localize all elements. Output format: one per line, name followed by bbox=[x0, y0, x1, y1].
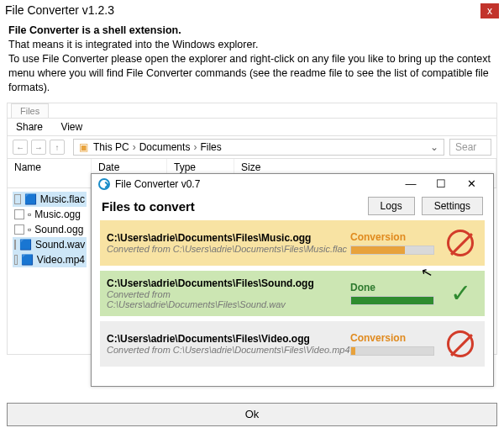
minimize-button[interactable]: — bbox=[396, 177, 426, 190]
col-name[interactable]: Name bbox=[8, 159, 92, 187]
progress-bar bbox=[350, 246, 434, 255]
job-path: C:\Users\adrie\Documents\Files\Music.ogg bbox=[107, 232, 350, 244]
status-label: Done bbox=[350, 282, 443, 293]
progress-bar bbox=[350, 296, 434, 305]
file-checkbox[interactable] bbox=[14, 224, 24, 235]
settings-button[interactable]: Settings bbox=[422, 197, 483, 215]
explorer-tab[interactable]: Files bbox=[11, 103, 49, 118]
job-row: C:\Users\adrie\Documents\Files\Video.ogg… bbox=[100, 321, 485, 367]
nav-up-button[interactable]: ↑ bbox=[50, 140, 65, 155]
job-row: C:\Users\adrie\Documents\Files\Music.ogg… bbox=[100, 220, 485, 266]
file-name: Music.flac bbox=[40, 193, 85, 205]
file-name: Music.ogg bbox=[34, 209, 81, 220]
converter-window: File Converter v0.7 — ☐ ✕ Files to conve… bbox=[91, 173, 494, 387]
converter-heading: Files to convert bbox=[102, 199, 361, 214]
file-checkbox[interactable] bbox=[14, 255, 18, 265]
progress-bar bbox=[350, 346, 434, 356]
file-checkbox[interactable] bbox=[14, 194, 21, 204]
file-icon: ▫ bbox=[28, 224, 31, 235]
intro-heading: File Converter is a shell extension. bbox=[8, 24, 496, 38]
check-icon: ✓ bbox=[450, 281, 471, 306]
job-source: Converted from C:\Users\adrie\Documents\… bbox=[107, 345, 350, 355]
close-button[interactable]: ✕ bbox=[456, 177, 486, 190]
nav-back-button[interactable]: ← bbox=[13, 140, 28, 155]
file-item[interactable]: ▫Music.ogg bbox=[13, 207, 87, 222]
job-source: Converted from C:\Users\adrie\Documents\… bbox=[107, 244, 350, 254]
nav-fwd-button[interactable]: → bbox=[31, 140, 46, 155]
logs-button[interactable]: Logs bbox=[368, 197, 415, 215]
menu-share[interactable]: Share bbox=[16, 121, 43, 133]
job-source: Converted from C:\Users\adrie\Documents\… bbox=[107, 289, 350, 309]
job-path: C:\Users\adrie\Documents\Files\Sound.ogg bbox=[107, 277, 350, 289]
ok-button[interactable]: Ok bbox=[7, 403, 497, 426]
page-title: File Converter v1.2.3 bbox=[5, 3, 114, 17]
file-icon: ▫ bbox=[28, 209, 31, 220]
file-checkbox[interactable] bbox=[14, 240, 16, 250]
chevron-down-icon[interactable]: ⌄ bbox=[430, 141, 438, 153]
breadcrumb-seg[interactable]: This PC bbox=[93, 141, 129, 153]
intro-text: File Converter is a shell extension. Tha… bbox=[0, 18, 504, 98]
intro-line1: That means it is integrated into the Win… bbox=[8, 38, 496, 52]
menu-view[interactable]: View bbox=[60, 121, 82, 133]
folder-icon: ▣ bbox=[79, 141, 88, 153]
close-button[interactable]: x bbox=[480, 3, 499, 18]
cancel-icon[interactable] bbox=[447, 330, 474, 357]
file-item[interactable]: 🟦Sound.wav bbox=[13, 237, 87, 252]
file-name: Sound.wav bbox=[35, 239, 85, 251]
file-item[interactable]: 🟦Video.mp4 bbox=[13, 252, 87, 267]
converter-title: File Converter v0.7 bbox=[115, 178, 200, 190]
status-label: Conversion bbox=[350, 332, 443, 344]
job-path: C:\Users\adrie\Documents\Files\Video.ogg bbox=[107, 333, 350, 345]
file-list: 🟦Music.flac▫Music.ogg▫Sound.ogg🟦Sound.wa… bbox=[8, 188, 92, 271]
maximize-button[interactable]: ☐ bbox=[426, 177, 456, 190]
file-icon: 🟦 bbox=[21, 254, 34, 266]
explorer-menubar: Share View bbox=[8, 118, 496, 136]
cancel-icon[interactable] bbox=[447, 230, 474, 256]
intro-line2: To use File Converter please open the ex… bbox=[8, 52, 496, 95]
file-checkbox[interactable] bbox=[14, 209, 24, 219]
file-item[interactable]: ▫Sound.ogg bbox=[13, 222, 87, 237]
app-icon bbox=[98, 178, 110, 190]
job-list: C:\Users\adrie\Documents\Files\Music.ogg… bbox=[92, 220, 493, 373]
breadcrumb-seg[interactable]: Files bbox=[200, 141, 221, 153]
search-input[interactable]: Sear bbox=[449, 139, 491, 156]
file-name: Sound.ogg bbox=[34, 224, 83, 235]
file-icon: 🟦 bbox=[19, 239, 32, 251]
status-label: Conversion bbox=[350, 231, 443, 243]
address-bar[interactable]: ▣ This PC› Documents› Files ⌄ bbox=[73, 139, 444, 156]
file-icon: 🟦 bbox=[24, 193, 37, 205]
file-name: Video.mp4 bbox=[37, 254, 85, 266]
file-item[interactable]: 🟦Music.flac bbox=[13, 192, 87, 207]
breadcrumb-seg[interactable]: Documents bbox=[139, 141, 191, 153]
